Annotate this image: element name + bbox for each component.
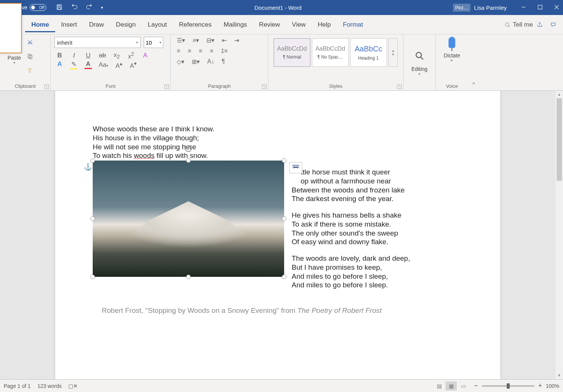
resize-handle-ml[interactable]: [90, 216, 95, 221]
read-mode-icon[interactable]: ▤: [434, 381, 445, 390]
text-effects-button[interactable]: A: [56, 60, 63, 69]
dialog-launcher-icon[interactable]: ⤡: [262, 84, 266, 89]
layout-options-button[interactable]: [289, 162, 302, 173]
sort-button[interactable]: A↓: [207, 58, 214, 65]
shading-button[interactable]: ◇▾: [177, 58, 184, 65]
word-count[interactable]: 123 words: [38, 383, 62, 389]
align-center-button[interactable]: ≡: [188, 48, 191, 54]
contextual-tab-label[interactable]: Pict…: [453, 4, 471, 12]
styles-more-button[interactable]: ▴▾: [388, 38, 398, 67]
scroll-down-icon[interactable]: ▼: [555, 372, 563, 379]
tab-mailings[interactable]: Mailings: [218, 17, 253, 32]
zoom-out-button[interactable]: −: [474, 382, 478, 390]
zoom-thumb[interactable]: [507, 383, 510, 389]
close-icon[interactable]: [553, 4, 560, 12]
user-name[interactable]: Lisa Parmley: [474, 5, 507, 11]
group-editing[interactable]: Editing ▾: [403, 35, 436, 90]
poem-line: He gives his harness bells a shake: [292, 211, 463, 220]
collapse-ribbon-icon[interactable]: ^: [468, 35, 479, 90]
zoom-percent[interactable]: 100%: [546, 383, 559, 389]
comments-icon[interactable]: [546, 22, 560, 28]
tab-layout[interactable]: Layout: [142, 17, 173, 32]
dialog-launcher-icon[interactable]: ⤡: [44, 84, 49, 89]
grow-font-button[interactable]: A▴: [115, 60, 123, 70]
shrink-font-button[interactable]: A▾: [129, 60, 137, 70]
resize-handle-tm[interactable]: [186, 158, 191, 163]
zoom-in-button[interactable]: +: [538, 382, 542, 390]
tab-review[interactable]: Review: [253, 17, 286, 32]
font-color-button[interactable]: A: [84, 60, 92, 69]
share-icon[interactable]: [533, 22, 546, 28]
proofing-icon[interactable]: ▢✕: [68, 383, 78, 389]
tab-draw[interactable]: Draw: [83, 17, 110, 32]
increase-indent-button[interactable]: ⇥: [234, 37, 239, 44]
decrease-indent-button[interactable]: ⇤: [222, 37, 227, 44]
print-layout-icon[interactable]: ▦: [446, 381, 457, 390]
scroll-up-icon[interactable]: ▲: [555, 91, 563, 98]
style-no-spacing[interactable]: AaBbCcDd ¶ No Spac…: [312, 38, 349, 67]
superscript-button[interactable]: x2: [127, 51, 135, 60]
align-left-button[interactable]: ≡: [177, 48, 180, 54]
resize-handle-mr[interactable]: [282, 216, 286, 221]
tab-view[interactable]: View: [286, 17, 312, 32]
scroll-thumb[interactable]: [557, 98, 562, 181]
paste-button[interactable]: Paste ▾: [4, 37, 25, 77]
underline-button[interactable]: U: [84, 52, 92, 59]
bullets-button[interactable]: ☰▾: [177, 37, 185, 44]
maximize-icon[interactable]: [537, 4, 543, 12]
mountain-image[interactable]: [93, 161, 284, 277]
change-case-button[interactable]: Aa▾: [99, 61, 108, 69]
tell-me-search[interactable]: Tell me: [504, 21, 533, 29]
font-name-combo[interactable]: inherit▾: [54, 37, 141, 48]
redo-icon[interactable]: [86, 4, 93, 12]
numbering-button[interactable]: ≡▾: [193, 37, 199, 44]
page-indicator[interactable]: Page 1 of 1: [4, 383, 31, 389]
tab-insert[interactable]: Insert: [55, 17, 83, 32]
resize-handle-tl[interactable]: [90, 158, 95, 163]
align-right-button[interactable]: ≡: [199, 48, 202, 54]
page[interactable]: Whose woods these are I think I know. Hi…: [55, 91, 500, 379]
tab-home[interactable]: Home: [25, 17, 55, 32]
poem-line: The woods are lovely, dark and deep,: [292, 254, 463, 263]
format-painter-icon[interactable]: [27, 68, 36, 77]
borders-button[interactable]: ⊞▾: [192, 58, 200, 65]
zoom-slider[interactable]: [482, 385, 534, 387]
resize-handle-tr[interactable]: [282, 158, 286, 163]
highlight-button[interactable]: ✎: [70, 60, 78, 69]
show-marks-button[interactable]: ¶: [222, 58, 225, 65]
strikethrough-button[interactable]: ab: [99, 52, 106, 59]
tab-references[interactable]: References: [173, 17, 218, 32]
web-layout-icon[interactable]: ▭: [458, 381, 469, 390]
subscript-button[interactable]: x2: [113, 51, 120, 60]
selected-picture[interactable]: ⚓: [93, 161, 284, 277]
justify-button[interactable]: ≡: [210, 48, 213, 54]
minimize-icon[interactable]: [520, 4, 527, 12]
copy-icon[interactable]: [27, 53, 36, 62]
document-area[interactable]: Whose woods these are I think I know. Hi…: [0, 91, 555, 379]
resize-handle-bm[interactable]: [186, 275, 191, 279]
cut-icon[interactable]: [27, 39, 36, 48]
autosave-switch[interactable]: Off: [30, 4, 46, 11]
resize-handle-br[interactable]: [282, 275, 286, 279]
rotate-handle[interactable]: [184, 144, 193, 153]
dialog-launcher-icon[interactable]: ⤡: [397, 84, 402, 89]
multilevel-button[interactable]: ⊟▾: [206, 37, 214, 44]
tab-help[interactable]: Help: [312, 17, 337, 32]
clear-formatting-button[interactable]: A: [142, 52, 149, 59]
font-size-combo[interactable]: 10▾: [144, 37, 163, 48]
resize-handle-bl[interactable]: [90, 275, 95, 279]
dictate-button[interactable]: Dictate ▾: [444, 37, 460, 62]
save-icon[interactable]: [56, 4, 63, 12]
tab-format[interactable]: Format: [337, 17, 369, 32]
dialog-launcher-icon[interactable]: ⤡: [164, 84, 169, 89]
bold-button[interactable]: B: [56, 52, 63, 59]
line-spacing-button[interactable]: ‡≡: [221, 48, 227, 54]
style-normal[interactable]: AaBbCcDd ¶ Normal: [274, 38, 310, 67]
style-heading-1[interactable]: AaBbCc Heading 1: [350, 38, 387, 67]
tab-design[interactable]: Design: [110, 17, 142, 32]
vertical-scrollbar[interactable]: ▲ ▼: [555, 91, 563, 379]
anchor-icon[interactable]: ⚓: [84, 163, 92, 171]
undo-icon[interactable]: [71, 4, 78, 12]
group-voice: Dictate ▾ Voice: [436, 35, 468, 90]
italic-button[interactable]: I: [70, 52, 78, 59]
